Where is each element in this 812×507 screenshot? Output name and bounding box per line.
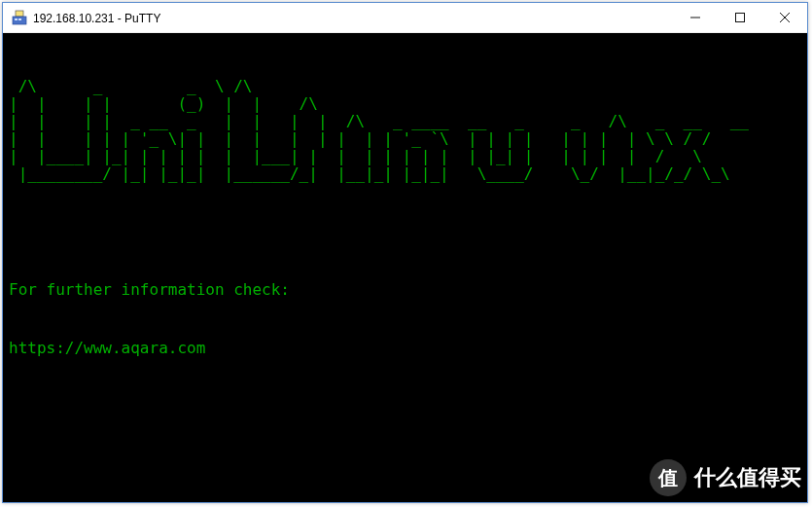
watermark-text: 什么值得买 <box>694 463 801 492</box>
window-title: 192.168.10.231 - PuTTY <box>33 11 673 25</box>
titlebar[interactable]: 192.168.10.231 - PuTTY <box>3 3 807 33</box>
svg-rect-3 <box>18 18 21 20</box>
putty-icon <box>12 10 27 25</box>
info-label: For further information check: <box>9 280 803 300</box>
info-url: https://www.aqara.com <box>9 339 803 358</box>
watermark: 值 什么值得买 <box>650 459 801 496</box>
close-button[interactable] <box>762 3 807 32</box>
app-window: 192.168.10.231 - PuTTY /\ _ _ \ /\ | <box>2 2 808 503</box>
maximize-button[interactable] <box>718 3 762 32</box>
minimize-button[interactable] <box>673 3 718 32</box>
window-buttons <box>673 3 807 32</box>
terminal[interactable]: /\ _ _ \ /\ | | | | (_) | | /\ | | | | _… <box>3 33 807 502</box>
ascii-banner: /\ _ _ \ /\ | | | | (_) | | /\ | | | | _… <box>9 78 803 183</box>
svg-rect-5 <box>736 14 745 22</box>
watermark-badge: 值 <box>650 459 687 496</box>
svg-rect-0 <box>16 11 23 17</box>
svg-rect-2 <box>15 18 18 20</box>
